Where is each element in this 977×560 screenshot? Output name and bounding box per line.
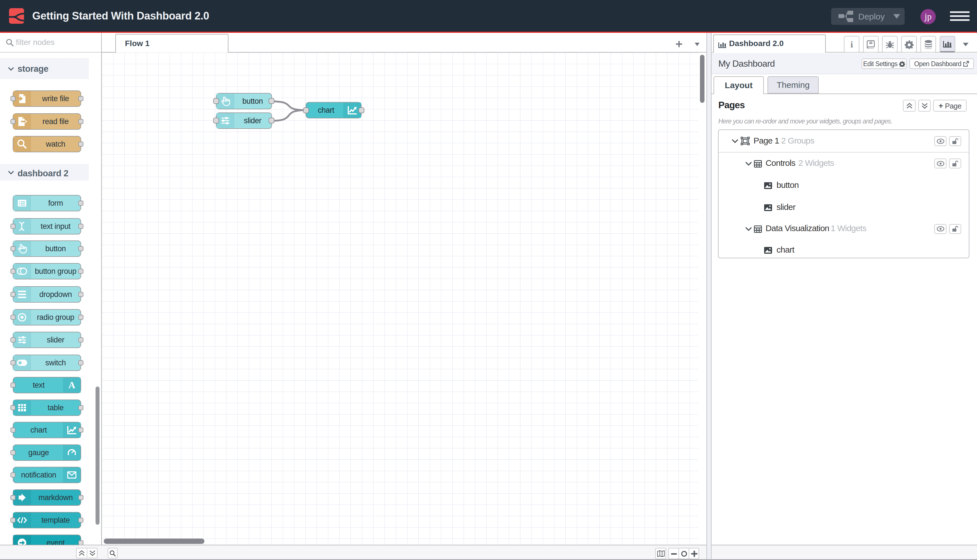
svg-text:A: A xyxy=(68,380,75,390)
svg-text:i: i xyxy=(850,40,853,49)
